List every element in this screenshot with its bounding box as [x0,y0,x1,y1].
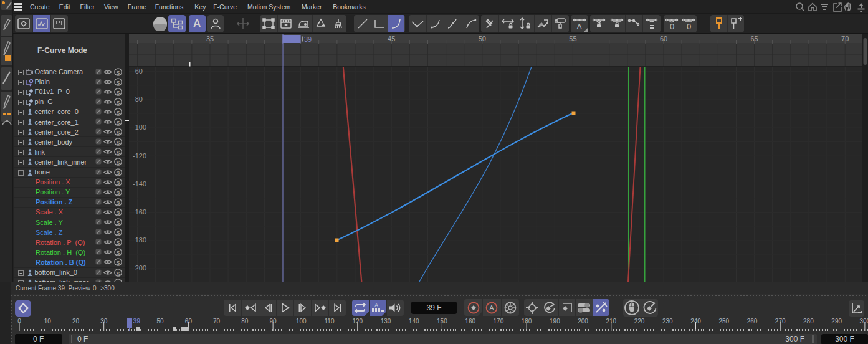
svg-text:S: S [117,170,120,176]
svg-text:-140: -140 [133,180,146,188]
svg-text:S: S [117,270,120,276]
svg-text:S: S [117,209,120,216]
svg-text:S: S [117,109,120,115]
svg-text:-100: -100 [133,123,146,131]
svg-text:S: S [117,69,120,75]
svg-text:39: 39 [304,36,312,43]
svg-text:A: A [374,302,378,308]
svg-text:S: S [117,160,120,166]
svg-text:35: 35 [206,35,214,42]
svg-text:45: 45 [388,35,395,42]
svg-text:S: S [117,240,120,246]
svg-text:S: S [117,99,120,105]
svg-text:70: 70 [841,35,849,42]
svg-text:S: S [117,260,120,266]
svg-text:S: S [117,79,120,85]
svg-text:S: S [117,250,120,256]
svg-text:S: S [117,150,120,156]
svg-text:S: S [117,179,120,186]
svg-text:-180: -180 [133,236,146,244]
svg-text:A: A [577,22,582,30]
svg-text:60: 60 [660,35,667,42]
svg-text:-200: -200 [133,264,146,272]
svg-text:S: S [117,140,120,146]
svg-text:-60: -60 [133,67,143,75]
svg-text:S: S [117,120,120,126]
svg-text:65: 65 [750,35,758,42]
svg-text:55: 55 [569,35,576,42]
svg-text:A: A [490,304,495,312]
svg-text:-80: -80 [133,95,143,103]
svg-text:S: S [117,199,120,206]
svg-text:-120: -120 [133,152,146,160]
svg-text:0: 0 [670,22,674,31]
svg-text:S: S [117,130,120,136]
svg-text:0: 0 [687,22,691,31]
svg-text:S: S [117,89,120,95]
svg-text:S: S [117,189,120,196]
svg-text:S: S [117,220,120,226]
svg-text:S: S [117,230,120,236]
svg-text:-160: -160 [133,208,146,216]
svg-text:50: 50 [479,35,486,42]
